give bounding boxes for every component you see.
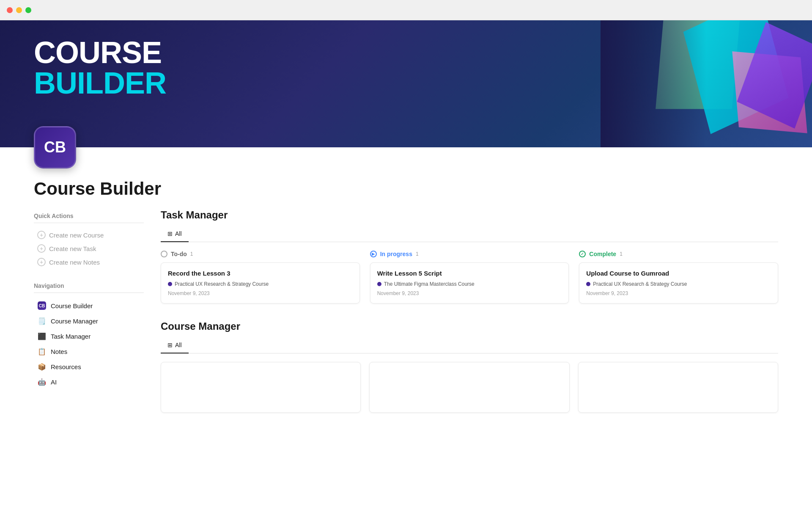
create-course-action[interactable]: + Create new Course: [34, 228, 144, 242]
kanban-board: To-do 1 Record the Lesson 3 Practical UX…: [161, 251, 778, 304]
sidebar-item-notes[interactable]: 📋 Notes: [34, 344, 144, 359]
task-card-1: Write Lesson 5 Script The Ultimate Figma…: [370, 262, 569, 304]
task-manager-tabs: ⊞ All: [161, 227, 778, 242]
close-button[interactable]: [7, 7, 13, 13]
task-course-1: The Ultimate Figma Masterclass Course: [377, 281, 562, 287]
app-icon: CB: [34, 126, 76, 168]
course-card-0[interactable]: [161, 362, 361, 413]
course-card-1[interactable]: [369, 362, 569, 413]
grid-icon-courses: ⊞: [167, 342, 173, 348]
course-manager-tabs: ⊞ All: [161, 338, 778, 353]
plus-icon-course: +: [37, 231, 46, 239]
task-manager-title: Task Manager: [161, 209, 778, 221]
hero-text: COURSE BUILDER: [34, 37, 166, 98]
complete-status-dot: ✓: [579, 251, 586, 257]
inprogress-status-dot: ▶: [370, 251, 377, 257]
plus-icon-notes: +: [37, 258, 46, 266]
kanban-column-complete: ✓ Complete 1 Upload Course to Gumroad Pr…: [579, 251, 778, 304]
kanban-header-todo: To-do 1: [161, 251, 360, 257]
sidebar: Quick Actions + Create new Course + Crea…: [34, 206, 161, 413]
notes-icon: 📋: [37, 347, 47, 356]
quick-actions-title: Quick Actions: [34, 209, 144, 219]
course-dot-0: [168, 282, 172, 286]
sidebar-item-course-manager[interactable]: 🗒️ Course Manager: [34, 313, 144, 329]
minimize-button[interactable]: [16, 7, 22, 13]
course-dot-2: [586, 282, 590, 286]
create-task-action[interactable]: + Create new Task: [34, 242, 144, 255]
sidebar-item-task-manager[interactable]: ⬛ Task Manager: [34, 329, 144, 344]
todo-status-dot: [161, 251, 167, 257]
sidebar-item-course-builder[interactable]: CB Course Builder: [34, 298, 144, 313]
navigation-title: Navigation: [34, 279, 144, 289]
plus-icon-task: +: [37, 244, 46, 253]
task-card-2: Upload Course to Gumroad Practical UX Re…: [579, 262, 778, 304]
kanban-column-inprogress: ▶ In progress 1 Write Lesson 5 Script Th…: [370, 251, 569, 304]
course-manager-section: Course Manager ⊞ All: [161, 320, 778, 413]
content-area: Task Manager ⊞ All To-do 1 Record the Le…: [161, 206, 778, 413]
course-manager-title: Course Manager: [161, 320, 778, 332]
sidebar-item-ai[interactable]: 🤖 AI: [34, 374, 144, 389]
resources-icon: 📦: [37, 362, 47, 371]
grid-icon: ⊞: [167, 230, 173, 237]
tab-all-courses[interactable]: ⊞ All: [161, 338, 189, 353]
titlebar: [0, 0, 812, 20]
sidebar-item-resources[interactable]: 📦 Resources: [34, 359, 144, 374]
hero-title-line1: COURSE: [34, 37, 166, 68]
kanban-column-todo: To-do 1 Record the Lesson 3 Practical UX…: [161, 251, 360, 304]
app-icon-wrapper: CB: [0, 126, 812, 168]
page-title: Course Builder: [34, 179, 778, 199]
quick-actions-section: Quick Actions + Create new Course + Crea…: [34, 209, 144, 269]
ai-icon: 🤖: [37, 377, 47, 387]
task-course-2: Practical UX Research & Strategy Course: [586, 281, 771, 287]
course-cards-grid: [161, 362, 778, 413]
task-card-0: Record the Lesson 3 Practical UX Researc…: [161, 262, 360, 304]
main-content: Quick Actions + Create new Course + Crea…: [0, 206, 812, 413]
navigation-section: Navigation CB Course Builder 🗒️ Course M…: [34, 279, 144, 389]
maximize-button[interactable]: [25, 7, 31, 13]
course-manager-icon: 🗒️: [37, 316, 47, 326]
tab-all-tasks[interactable]: ⊞ All: [161, 227, 189, 242]
kanban-header-inprogress: ▶ In progress 1: [370, 251, 569, 257]
page-title-area: Course Builder: [0, 168, 812, 206]
kanban-header-complete: ✓ Complete 1: [579, 251, 778, 257]
course-card-2[interactable]: [578, 362, 778, 413]
create-notes-action[interactable]: + Create new Notes: [34, 255, 144, 269]
course-dot-1: [377, 282, 381, 286]
task-manager-icon: ⬛: [37, 331, 47, 341]
task-manager-section: Task Manager ⊞ All To-do 1 Record the Le…: [161, 209, 778, 304]
course-builder-icon: CB: [37, 301, 47, 310]
hero-title-line2: BUILDER: [34, 68, 166, 98]
task-course-0: Practical UX Research & Strategy Course: [168, 281, 353, 287]
